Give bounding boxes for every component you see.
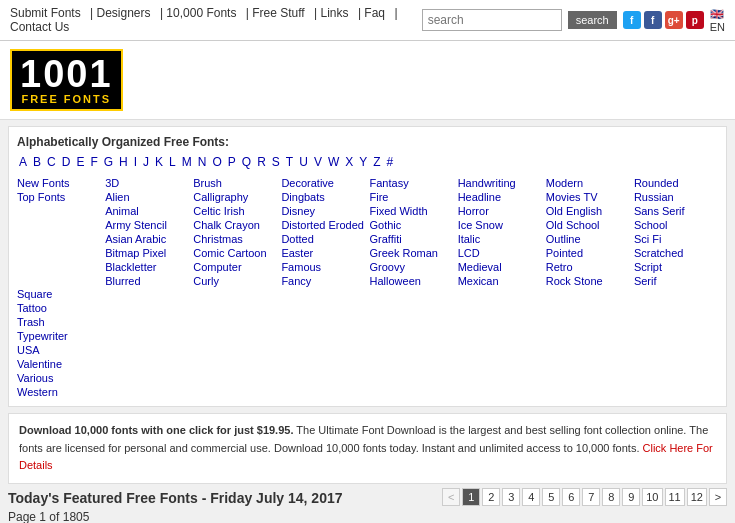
cat-link[interactable]: Halloween xyxy=(370,275,454,287)
nav-contact[interactable]: Contact Us xyxy=(10,20,69,34)
pagination-page-1[interactable]: 1 xyxy=(462,488,480,506)
cat-link[interactable]: Sci Fi xyxy=(634,233,718,245)
pagination-page-5[interactable]: 5 xyxy=(542,488,560,506)
cat-link[interactable]: New Fonts xyxy=(17,177,101,189)
cat-link[interactable]: Rock Stone xyxy=(546,275,630,287)
pagination-page-2[interactable]: 2 xyxy=(482,488,500,506)
alpha-link-P[interactable]: P xyxy=(226,155,238,169)
nav-10000-fonts[interactable]: 10,000 Fonts xyxy=(166,6,236,20)
cat-link[interactable]: Sans Serif xyxy=(634,205,718,217)
pagination-page-3[interactable]: 3 xyxy=(502,488,520,506)
cat-link[interactable]: Bitmap Pixel xyxy=(105,247,189,259)
nav-designers[interactable]: Designers xyxy=(97,6,151,20)
cat-link[interactable]: Script xyxy=(634,261,718,273)
alpha-link-X[interactable]: X xyxy=(343,155,355,169)
alpha-link-D[interactable]: D xyxy=(60,155,73,169)
cat-link[interactable]: Celtic Irish xyxy=(193,205,277,217)
google-icon[interactable]: g+ xyxy=(665,11,683,29)
cat-link[interactable]: Horror xyxy=(458,205,542,217)
cat-link[interactable]: Headline xyxy=(458,191,542,203)
cat-link[interactable]: Valentine xyxy=(17,358,101,370)
cat-link[interactable]: Blurred xyxy=(105,275,189,287)
pagination-page-12[interactable]: 12 xyxy=(687,488,707,506)
cat-link[interactable]: Distorted Eroded xyxy=(281,219,365,231)
pagination-page-8[interactable]: 8 xyxy=(602,488,620,506)
cat-link[interactable]: Typewriter xyxy=(17,330,101,342)
cat-link[interactable]: Old English xyxy=(546,205,630,217)
nav-free-stuff[interactable]: Free Stuff xyxy=(252,6,304,20)
cat-link[interactable]: Handwriting xyxy=(458,177,542,189)
cat-link[interactable]: Tattoo xyxy=(17,302,101,314)
alpha-link-C[interactable]: C xyxy=(45,155,58,169)
cat-link[interactable]: Graffiti xyxy=(370,233,454,245)
cat-link[interactable]: Disney xyxy=(281,205,365,217)
pagination-page-10[interactable]: 10 xyxy=(642,488,662,506)
pinterest-icon[interactable]: p xyxy=(686,11,704,29)
cat-link[interactable]: Movies TV xyxy=(546,191,630,203)
cat-link[interactable]: Famous xyxy=(281,261,365,273)
cat-link[interactable]: Serif xyxy=(634,275,718,287)
cat-link[interactable]: 3D xyxy=(105,177,189,189)
pagination-page-11[interactable]: 11 xyxy=(665,488,685,506)
nav-links[interactable]: Links xyxy=(321,6,349,20)
cat-link[interactable]: Asian Arabic xyxy=(105,233,189,245)
facebook-icon[interactable]: f xyxy=(644,11,662,29)
cat-link[interactable]: Fire xyxy=(370,191,454,203)
cat-link[interactable]: Easter xyxy=(281,247,365,259)
cat-link[interactable]: USA xyxy=(17,344,101,356)
alpha-link-M[interactable]: M xyxy=(180,155,194,169)
alpha-link-H[interactable]: H xyxy=(117,155,130,169)
cat-link[interactable]: Dingbats xyxy=(281,191,365,203)
cat-link[interactable]: Chalk Crayon xyxy=(193,219,277,231)
pagination-next[interactable]: > xyxy=(709,488,727,506)
alpha-link-F[interactable]: F xyxy=(88,155,99,169)
pagination-page-7[interactable]: 7 xyxy=(582,488,600,506)
pagination-page-6[interactable]: 6 xyxy=(562,488,580,506)
cat-link[interactable]: Pointed xyxy=(546,247,630,259)
alpha-link-I[interactable]: I xyxy=(132,155,139,169)
alpha-link-J[interactable]: J xyxy=(141,155,151,169)
cat-link[interactable]: Ice Snow xyxy=(458,219,542,231)
cat-link[interactable]: Outline xyxy=(546,233,630,245)
cat-link[interactable]: Western xyxy=(17,386,101,398)
alpha-link-O[interactable]: O xyxy=(210,155,223,169)
alpha-link-L[interactable]: L xyxy=(167,155,178,169)
search-input[interactable] xyxy=(422,9,562,31)
cat-link[interactable]: Scratched xyxy=(634,247,718,259)
nav-faq[interactable]: Faq xyxy=(364,6,385,20)
cat-link[interactable]: Square xyxy=(17,288,101,300)
cat-link[interactable]: Brush xyxy=(193,177,277,189)
cat-link[interactable]: Comic Cartoon xyxy=(193,247,277,259)
pagination-page-9[interactable]: 9 xyxy=(622,488,640,506)
alpha-link-V[interactable]: V xyxy=(312,155,324,169)
alpha-link-W[interactable]: W xyxy=(326,155,341,169)
cat-link[interactable]: Animal xyxy=(105,205,189,217)
cat-link[interactable]: Fixed Width xyxy=(370,205,454,217)
nav-submit-fonts[interactable]: Submit Fonts xyxy=(10,6,81,20)
cat-link[interactable]: Gothic xyxy=(370,219,454,231)
alpha-link-Z[interactable]: Z xyxy=(371,155,382,169)
alpha-link-R[interactable]: R xyxy=(255,155,268,169)
cat-link[interactable]: Rounded xyxy=(634,177,718,189)
alpha-link-E[interactable]: E xyxy=(74,155,86,169)
alpha-link-S[interactable]: S xyxy=(270,155,282,169)
cat-link[interactable]: Army Stencil xyxy=(105,219,189,231)
cat-link[interactable]: Fancy xyxy=(281,275,365,287)
cat-link[interactable]: Christmas xyxy=(193,233,277,245)
pagination-page-4[interactable]: 4 xyxy=(522,488,540,506)
alpha-link-U[interactable]: U xyxy=(297,155,310,169)
alpha-link-A[interactable]: A xyxy=(17,155,29,169)
cat-link[interactable]: Alien xyxy=(105,191,189,203)
search-button[interactable]: search xyxy=(568,11,617,29)
cat-link[interactable]: Trash xyxy=(17,316,101,328)
cat-link[interactable]: Computer xyxy=(193,261,277,273)
alpha-link-Q[interactable]: Q xyxy=(240,155,253,169)
cat-link[interactable]: Fantasy xyxy=(370,177,454,189)
cat-link[interactable]: Top Fonts xyxy=(17,191,101,203)
cat-link[interactable]: Calligraphy xyxy=(193,191,277,203)
cat-link[interactable]: School xyxy=(634,219,718,231)
cat-link[interactable]: Medieval xyxy=(458,261,542,273)
cat-link[interactable]: Italic xyxy=(458,233,542,245)
cat-link[interactable]: Decorative xyxy=(281,177,365,189)
cat-link[interactable]: Greek Roman xyxy=(370,247,454,259)
